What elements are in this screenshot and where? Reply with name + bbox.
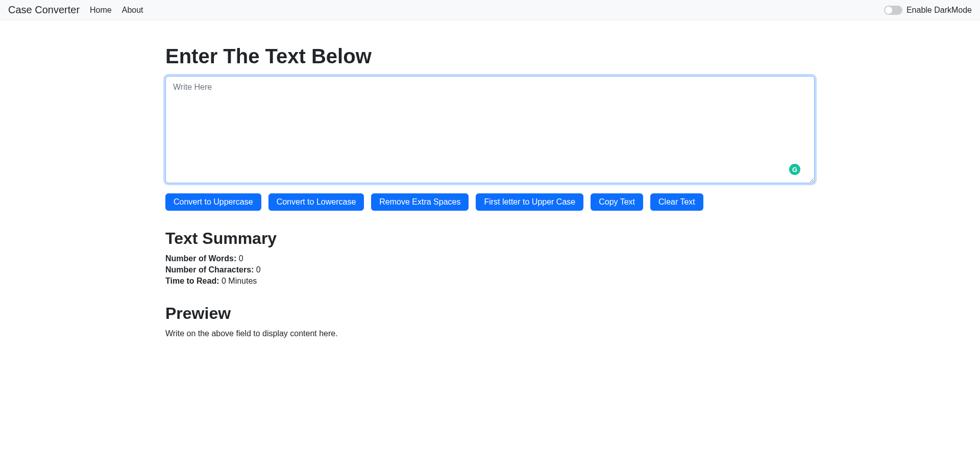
navbar: Case Converter Home About Enable DarkMod… [0, 0, 980, 20]
darkmode-toggle[interactable] [884, 6, 902, 15]
clear-text-button[interactable]: Clear Text [650, 193, 703, 211]
button-row: Convert to Uppercase Convert to Lowercas… [165, 193, 815, 211]
nav-link-about[interactable]: About [122, 6, 143, 15]
darkmode-label: Enable DarkMode [906, 6, 972, 15]
summary-heading: Text Summary [165, 229, 815, 248]
navbar-right: Enable DarkMode [884, 6, 972, 15]
navbar-left: Case Converter Home About [8, 4, 143, 16]
summary-time: Time to Read: 0 Minutes [165, 277, 815, 286]
convert-lowercase-button[interactable]: Convert to Lowercase [268, 193, 364, 211]
summary-time-label: Time to Read: [165, 277, 219, 285]
copy-text-button[interactable]: Copy Text [591, 193, 643, 211]
summary-words-label: Number of Words: [165, 254, 236, 263]
summary-words: Number of Words: 0 [165, 254, 815, 263]
darkmode-slider [884, 6, 902, 15]
nav-link-home[interactable]: Home [90, 6, 112, 15]
remove-spaces-button[interactable]: Remove Extra Spaces [371, 193, 469, 211]
preview-text: Write on the above field to display cont… [165, 329, 815, 338]
first-letter-upper-button[interactable]: First letter to Upper Case [476, 193, 583, 211]
navbar-brand[interactable]: Case Converter [8, 4, 80, 16]
page-heading: Enter The Text Below [165, 45, 815, 68]
summary-chars-label: Number of Characters: [165, 265, 254, 274]
preview-heading: Prewiew [165, 304, 815, 323]
convert-uppercase-button[interactable]: Convert to Uppercase [165, 193, 261, 211]
main-container: Enter The Text Below G Convert to Upperc… [159, 20, 821, 351]
summary-words-value: 0 [239, 254, 243, 263]
text-input[interactable] [165, 76, 815, 183]
grammarly-icon[interactable]: G [789, 164, 800, 175]
summary-chars-value: 0 [256, 265, 261, 274]
summary-time-value: 0 Minutes [222, 277, 257, 285]
summary-chars: Number of Characters: 0 [165, 265, 815, 274]
textarea-wrap: G [165, 76, 815, 185]
